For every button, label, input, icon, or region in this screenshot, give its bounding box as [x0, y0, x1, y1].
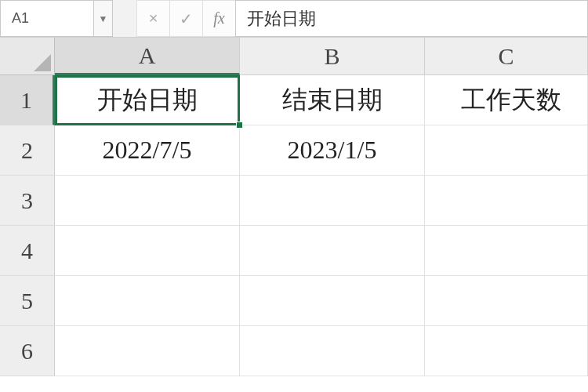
cell-C4[interactable]	[425, 226, 588, 276]
name-box[interactable]: A1	[0, 0, 94, 37]
spreadsheet-grid: A B C 1 开始日期 结束日期 工作天数 2 2022/7/5 2023/1…	[0, 38, 588, 376]
formula-bar: A1 ▼ × ✓ fx 开始日期	[0, 0, 588, 38]
cell-A1[interactable]: 开始日期	[55, 75, 240, 125]
cell-C5[interactable]	[425, 276, 588, 326]
cell-C6[interactable]	[425, 326, 588, 376]
cell-A6[interactable]	[55, 326, 240, 376]
formula-input[interactable]: 开始日期	[235, 0, 588, 37]
cell-C1-text: 工作天数	[461, 83, 561, 118]
cell-C3[interactable]	[425, 176, 588, 226]
cell-A3[interactable]	[55, 176, 240, 226]
fx-button[interactable]: fx	[202, 0, 235, 37]
cell-B1[interactable]: 结束日期	[240, 75, 425, 125]
cell-B4[interactable]	[240, 226, 425, 276]
cell-B2[interactable]: 2023/1/5	[240, 125, 425, 176]
row-header-5[interactable]: 5	[0, 276, 55, 326]
column-header-C[interactable]: C	[425, 38, 588, 75]
cell-B5[interactable]	[240, 276, 425, 326]
column-header-B[interactable]: B	[240, 38, 425, 75]
column-header-A[interactable]: A	[55, 38, 240, 75]
cell-C1[interactable]: 工作天数	[425, 75, 588, 125]
row-header-3[interactable]: 3	[0, 176, 55, 226]
cell-C2[interactable]	[425, 125, 588, 176]
cell-A4[interactable]	[55, 226, 240, 276]
cell-B3[interactable]	[240, 176, 425, 226]
select-all-corner[interactable]	[0, 38, 55, 75]
cancel-button[interactable]: ×	[136, 0, 169, 37]
cell-A2[interactable]: 2022/7/5	[55, 125, 240, 176]
row-header-1[interactable]: 1	[0, 75, 55, 125]
row-header-4[interactable]: 4	[0, 226, 55, 276]
fill-handle[interactable]	[236, 122, 243, 129]
enter-button[interactable]: ✓	[169, 0, 202, 37]
cell-A5[interactable]	[55, 276, 240, 326]
name-box-dropdown[interactable]: ▼	[94, 0, 113, 37]
cell-B6[interactable]	[240, 326, 425, 376]
row-header-2[interactable]: 2	[0, 125, 55, 176]
row-header-6[interactable]: 6	[0, 326, 55, 376]
